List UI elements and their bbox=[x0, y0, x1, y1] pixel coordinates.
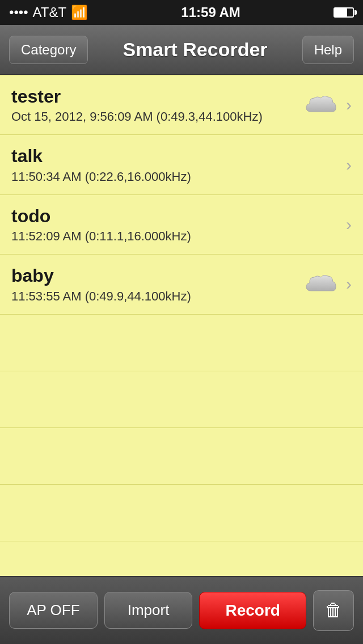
trash-button[interactable]: 🗑 bbox=[313, 590, 354, 631]
record-item[interactable]: talk11:50:34 AM (0:22.6,16.000kHz)› bbox=[0, 135, 363, 194]
chevron-right-icon: › bbox=[346, 274, 352, 294]
status-right bbox=[334, 7, 354, 18]
app-title: Smart Recorder bbox=[123, 39, 267, 61]
nav-bar: Category Smart Recorder Help bbox=[0, 25, 363, 75]
empty-row bbox=[0, 371, 363, 428]
record-info: talk11:50:34 AM (0:22.6,16.000kHz) bbox=[11, 145, 346, 184]
record-name: todo bbox=[11, 205, 346, 227]
record-info: baby11:53:55 AM (0:49.9,44.100kHz) bbox=[11, 265, 303, 303]
record-name: talk bbox=[11, 145, 346, 167]
records-list: testerOct 15, 2012, 9:56:09 AM (0:49.3,4… bbox=[0, 75, 363, 576]
chevron-right-icon: › bbox=[346, 215, 352, 234]
ap-off-button[interactable]: AP OFF bbox=[9, 592, 98, 629]
record-meta: 11:52:09 AM (0:11.1,16.000kHz) bbox=[11, 229, 346, 244]
record-right: › bbox=[346, 155, 352, 175]
record-name: tester bbox=[11, 86, 303, 107]
status-left: •••• AT&T 📶 bbox=[9, 5, 88, 20]
record-right: › bbox=[303, 272, 352, 296]
chevron-right-icon: › bbox=[346, 95, 352, 115]
cloud-icon bbox=[303, 272, 339, 296]
record-button[interactable]: Record bbox=[199, 592, 306, 629]
carrier-label: AT&T bbox=[33, 5, 67, 20]
signal-icon: •••• bbox=[9, 5, 28, 20]
chevron-right-icon: › bbox=[346, 155, 352, 175]
category-button[interactable]: Category bbox=[9, 36, 88, 64]
empty-row bbox=[0, 315, 363, 371]
trash-icon: 🗑 bbox=[324, 600, 343, 621]
record-meta: 11:53:55 AM (0:49.9,44.100kHz) bbox=[11, 289, 303, 304]
battery-icon bbox=[334, 7, 354, 18]
record-right: › bbox=[303, 92, 352, 117]
record-info: todo11:52:09 AM (0:11.1,16.000kHz) bbox=[11, 205, 346, 244]
record-item[interactable]: todo11:52:09 AM (0:11.1,16.000kHz)› bbox=[0, 195, 363, 255]
record-name: baby bbox=[11, 265, 303, 286]
status-bar: •••• AT&T 📶 11:59 AM bbox=[0, 0, 363, 25]
record-item[interactable]: baby11:53:55 AM (0:49.9,44.100kHz)› bbox=[0, 255, 363, 314]
record-item[interactable]: testerOct 15, 2012, 9:56:09 AM (0:49.3,4… bbox=[0, 75, 363, 135]
help-button[interactable]: Help bbox=[302, 36, 354, 64]
empty-row bbox=[0, 428, 363, 485]
wifi-icon: 📶 bbox=[71, 5, 88, 20]
record-right: › bbox=[346, 215, 352, 234]
record-meta: 11:50:34 AM (0:22.6,16.000kHz) bbox=[11, 170, 346, 184]
empty-row bbox=[0, 485, 363, 541]
record-info: testerOct 15, 2012, 9:56:09 AM (0:49.3,4… bbox=[11, 86, 303, 124]
toolbar: AP OFF Import Record 🗑 bbox=[0, 576, 363, 644]
cloud-icon bbox=[303, 92, 339, 117]
record-meta: Oct 15, 2012, 9:56:09 AM (0:49.3,44.100k… bbox=[11, 109, 303, 124]
time-label: 11:59 AM bbox=[181, 5, 240, 20]
import-button[interactable]: Import bbox=[104, 592, 193, 629]
